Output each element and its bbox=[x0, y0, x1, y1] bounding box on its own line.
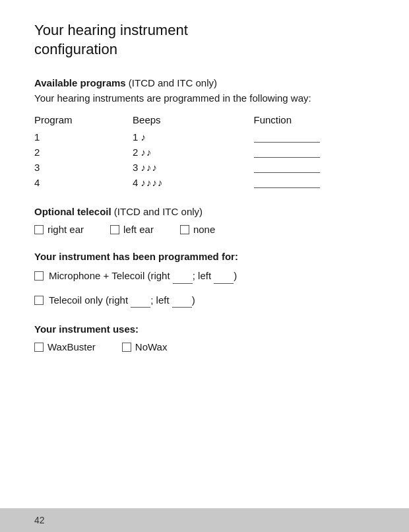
telecoil-only-label: Telecoil only (right ; left ) bbox=[49, 293, 195, 308]
waxbuster-label: WaxBuster bbox=[47, 341, 96, 352]
left-ear-checkbox[interactable] bbox=[110, 225, 119, 234]
page-footer: 42 bbox=[0, 508, 409, 532]
programs-table: Program Beeps Function 1 1 ♪ 2 2 ♪♪ bbox=[34, 114, 375, 190]
col-header-function: Function bbox=[254, 114, 375, 129]
beeps-cell: 1 ♪ bbox=[133, 129, 253, 145]
instrument-uses-section: Your instrument uses: WaxBuster NoWax bbox=[34, 323, 375, 352]
mic-telecoil-option: Microphone + Telecoil (right ; left ) bbox=[34, 269, 375, 284]
available-programs-suffix: (ITCD and ITC only) bbox=[126, 77, 217, 88]
telecoil-only-checkbox[interactable] bbox=[34, 296, 44, 305]
telecoil-suffix: (ITCD and ITC only) bbox=[111, 206, 203, 217]
program-num: 3 bbox=[34, 160, 133, 175]
program-num: 4 bbox=[34, 175, 133, 190]
beeps-cell: 3 ♪♪♪ bbox=[133, 160, 253, 175]
waxbuster-option[interactable]: WaxBuster bbox=[34, 341, 96, 352]
right-ear-label: right ear bbox=[47, 224, 84, 235]
right-ear-option[interactable]: right ear bbox=[34, 224, 84, 235]
waxbuster-checkbox[interactable] bbox=[34, 343, 44, 352]
blank-right2 bbox=[131, 299, 150, 308]
none-label: none bbox=[193, 224, 215, 235]
function-line bbox=[254, 179, 320, 188]
blank-right bbox=[173, 275, 193, 284]
nowax-option[interactable]: NoWax bbox=[122, 341, 168, 352]
program-num: 2 bbox=[34, 145, 133, 160]
telecoil-heading: Optional telecoil bbox=[34, 206, 111, 217]
none-checkbox[interactable] bbox=[180, 225, 189, 234]
function-cell bbox=[254, 175, 375, 190]
telecoil-options-row: right ear left ear none bbox=[34, 224, 375, 235]
function-line bbox=[254, 164, 320, 173]
nowax-label: NoWax bbox=[135, 341, 168, 352]
left-ear-option[interactable]: left ear bbox=[110, 224, 154, 235]
beeps-cell: 2 ♪♪ bbox=[133, 145, 253, 160]
function-line bbox=[254, 149, 320, 158]
optional-telecoil-section: Optional telecoil (ITCD and ITC only) ri… bbox=[34, 206, 375, 235]
page-number: 42 bbox=[34, 515, 45, 525]
beeps-cell: 4 ♪♪♪♪ bbox=[133, 175, 253, 190]
blank-left bbox=[214, 275, 234, 284]
col-header-beeps: Beeps bbox=[133, 114, 253, 129]
program-num: 1 bbox=[34, 129, 133, 145]
table-row: 3 3 ♪♪♪ bbox=[34, 160, 375, 175]
none-option[interactable]: none bbox=[180, 224, 215, 235]
mic-telecoil-checkbox[interactable] bbox=[34, 271, 44, 281]
telecoil-only-option: Telecoil only (right ; left ) bbox=[34, 293, 375, 308]
table-row: 2 2 ♪♪ bbox=[34, 145, 375, 160]
programmed-for-heading: Your instrument has been programmed for: bbox=[34, 251, 375, 262]
blank-left2 bbox=[172, 299, 192, 308]
function-line bbox=[254, 133, 320, 143]
function-cell bbox=[254, 145, 375, 160]
music-note: ♪♪♪ bbox=[141, 162, 158, 173]
music-note: ♪♪ bbox=[141, 147, 152, 158]
available-programs-section: Available programs (ITCD and ITC only) Y… bbox=[34, 77, 375, 190]
right-ear-checkbox[interactable] bbox=[34, 225, 44, 234]
music-note: ♪ bbox=[141, 131, 147, 143]
mic-telecoil-label: Microphone + Telecoil (right ; left ) bbox=[49, 269, 237, 284]
instrument-uses-heading: Your instrument uses: bbox=[34, 323, 375, 335]
function-cell bbox=[254, 129, 375, 145]
nowax-checkbox[interactable] bbox=[122, 343, 131, 352]
table-row: 4 4 ♪♪♪♪ bbox=[34, 175, 375, 190]
music-note: ♪♪♪♪ bbox=[141, 177, 164, 188]
wax-options-row: WaxBuster NoWax bbox=[34, 341, 375, 352]
left-ear-label: left ear bbox=[123, 224, 154, 235]
telecoil-heading-row: Optional telecoil (ITCD and ITC only) bbox=[34, 206, 375, 217]
page-content: Your hearing instrument configuration Av… bbox=[0, 0, 409, 508]
function-cell bbox=[254, 160, 375, 175]
col-header-program: Program bbox=[34, 114, 133, 129]
programmed-for-section: Your instrument has been programmed for:… bbox=[34, 251, 375, 308]
available-programs-heading-row: Available programs (ITCD and ITC only) bbox=[34, 77, 375, 88]
available-programs-heading: Available programs bbox=[34, 77, 126, 88]
page-title: Your hearing instrument configuration bbox=[34, 21, 375, 59]
available-programs-subtext: Your hearing instruments are programmed … bbox=[34, 91, 375, 105]
table-row: 1 1 ♪ bbox=[34, 129, 375, 145]
